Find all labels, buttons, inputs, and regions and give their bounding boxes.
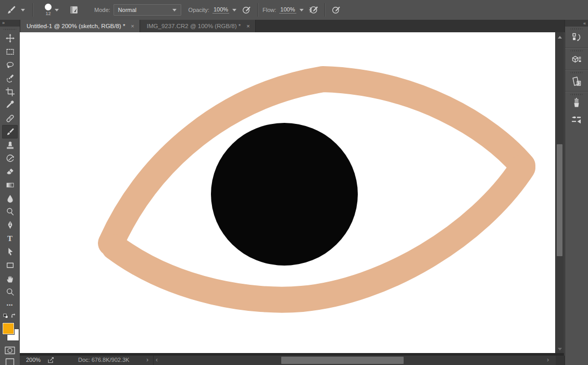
scrollbar-corner bbox=[556, 356, 565, 365]
quick-mask-button[interactable] bbox=[2, 344, 18, 357]
chevron-down-icon[interactable] bbox=[299, 9, 304, 11]
mode-select[interactable]: Normal bbox=[114, 4, 181, 16]
layer-comps-panel-icon bbox=[570, 75, 583, 88]
chevron-down-icon[interactable] bbox=[232, 9, 236, 11]
dodge-icon bbox=[6, 207, 15, 216]
separator bbox=[324, 3, 326, 17]
color-controls bbox=[2, 313, 18, 321]
quick-mask-icon bbox=[5, 346, 15, 355]
brush-preview[interactable]: 12 bbox=[45, 4, 52, 16]
status-expand-chevron[interactable]: › bbox=[146, 356, 148, 363]
eraser-tool[interactable] bbox=[2, 165, 18, 179]
history-panel-button[interactable] bbox=[565, 27, 588, 47]
tool-presets-panel-button[interactable] bbox=[565, 113, 588, 134]
blur-icon bbox=[6, 194, 15, 203]
document-canvas[interactable] bbox=[20, 32, 564, 353]
history-brush-icon bbox=[6, 154, 15, 163]
quick-selection-icon bbox=[6, 74, 15, 83]
gradient-icon bbox=[6, 181, 15, 190]
flow-value[interactable]: 100% bbox=[279, 6, 296, 14]
spot-healing-brush-tool[interactable] bbox=[2, 112, 18, 125]
rectangle-tool[interactable] bbox=[2, 259, 18, 272]
close-icon[interactable]: × bbox=[130, 23, 135, 29]
brush-preset-picker[interactable] bbox=[4, 3, 18, 17]
zoom-tool[interactable] bbox=[2, 285, 18, 299]
chevron-down-icon[interactable] bbox=[55, 9, 59, 11]
document-tab-bar: Untitled-1 @ 200% (sketch, RGB/8) * × IM… bbox=[20, 20, 565, 32]
eyedropper-tool[interactable] bbox=[2, 98, 18, 112]
toggle-brush-panel-icon bbox=[69, 5, 79, 15]
vertical-scrollbar[interactable] bbox=[555, 32, 564, 353]
type-tool[interactable]: T bbox=[2, 232, 18, 245]
tab-img-9237[interactable]: IMG_9237.CR2 @ 100% (RGB/8) * × bbox=[140, 20, 256, 32]
horizontal-scrollbar[interactable]: ‹ › bbox=[154, 356, 549, 365]
tools-panel: » bbox=[0, 20, 20, 365]
mode-label: Mode: bbox=[94, 7, 110, 13]
dodge-tool[interactable] bbox=[2, 205, 18, 219]
rectangular-marquee-tool[interactable] bbox=[2, 45, 18, 58]
tab-label: Untitled-1 @ 200% (sketch, RGB/8) * bbox=[27, 23, 125, 29]
libraries-panel-button[interactable] bbox=[565, 48, 588, 69]
pressure-size-button[interactable] bbox=[330, 3, 343, 17]
scroll-left-icon[interactable]: ‹ bbox=[156, 356, 158, 363]
panel-grip[interactable] bbox=[4, 28, 16, 31]
chevron-down-icon bbox=[172, 9, 177, 11]
lasso-tool[interactable] bbox=[2, 58, 18, 72]
scroll-down-icon[interactable] bbox=[558, 348, 562, 350]
panel-grip bbox=[570, 49, 583, 52]
crop-tool[interactable] bbox=[2, 85, 18, 98]
brush-size: 12 bbox=[45, 11, 51, 16]
vertical-scroll-thumb[interactable] bbox=[557, 144, 562, 256]
lasso-icon bbox=[6, 60, 15, 69]
path-selection-tool[interactable] bbox=[2, 245, 18, 259]
collapse-toolbar-button[interactable]: » bbox=[0, 20, 20, 27]
panel-dock: « bbox=[565, 20, 588, 365]
gradient-tool[interactable] bbox=[2, 179, 18, 192]
brush-tool[interactable] bbox=[2, 125, 18, 139]
history-brush-tool[interactable] bbox=[2, 152, 18, 166]
flow-label: Flow: bbox=[262, 7, 276, 13]
blur-tool[interactable] bbox=[2, 192, 18, 205]
foreground-color-swatch[interactable] bbox=[3, 323, 14, 334]
rectangle-icon bbox=[6, 261, 15, 270]
layer-comps-panel-button[interactable] bbox=[565, 70, 588, 91]
pressure-opacity-button[interactable] bbox=[240, 3, 253, 17]
export-button[interactable] bbox=[47, 356, 55, 365]
selection-arrow-icon bbox=[6, 247, 15, 256]
quick-selection-tool[interactable] bbox=[2, 72, 18, 85]
scroll-up-icon[interactable] bbox=[558, 36, 562, 39]
libraries-panel-icon bbox=[571, 54, 582, 65]
move-icon bbox=[6, 34, 15, 43]
document-size-info: Doc: 676.8K/902.3K bbox=[78, 357, 129, 363]
brushes-panel-button[interactable] bbox=[565, 92, 588, 113]
pen-tool[interactable] bbox=[2, 219, 18, 232]
panel-grip bbox=[570, 71, 583, 74]
zoom-level-field[interactable]: 200% bbox=[26, 357, 41, 363]
tab-label: IMG_9237.CR2 @ 100% (RGB/8) * bbox=[147, 23, 241, 29]
brush-icon bbox=[6, 5, 16, 15]
clone-stamp-tool[interactable] bbox=[2, 139, 18, 152]
opacity-value[interactable]: 100% bbox=[212, 6, 229, 14]
options-bar: 12 Mode: Normal Opacity: 100% Flow: 100% bbox=[0, 0, 588, 20]
history-panel-icon bbox=[571, 32, 582, 43]
scroll-right-icon[interactable]: › bbox=[547, 356, 549, 363]
chevron-down-icon[interactable] bbox=[21, 9, 25, 11]
mode-value: Normal bbox=[118, 7, 136, 13]
hand-tool[interactable] bbox=[2, 272, 18, 285]
horizontal-scroll-thumb[interactable] bbox=[281, 357, 404, 364]
pen-icon bbox=[6, 221, 15, 230]
move-tool[interactable] bbox=[2, 32, 18, 45]
default-colors-icon[interactable] bbox=[4, 314, 8, 318]
expand-panels-button[interactable]: « bbox=[565, 20, 588, 27]
brush-tip-icon bbox=[45, 4, 52, 10]
close-icon[interactable]: × bbox=[245, 23, 251, 29]
tab-untitled-1[interactable]: Untitled-1 @ 200% (sketch, RGB/8) * × bbox=[20, 20, 140, 32]
double-arrow-right-icon: » bbox=[2, 20, 4, 26]
screen-mode-button[interactable] bbox=[2, 358, 18, 365]
swap-colors-icon[interactable] bbox=[11, 313, 15, 317]
edit-toolbar-button[interactable]: ••• bbox=[2, 299, 18, 312]
airbrush-button[interactable] bbox=[307, 3, 320, 17]
toggle-brush-panel-button[interactable] bbox=[67, 3, 81, 17]
double-arrow-left-icon: « bbox=[583, 21, 585, 26]
crop-icon bbox=[6, 87, 15, 96]
